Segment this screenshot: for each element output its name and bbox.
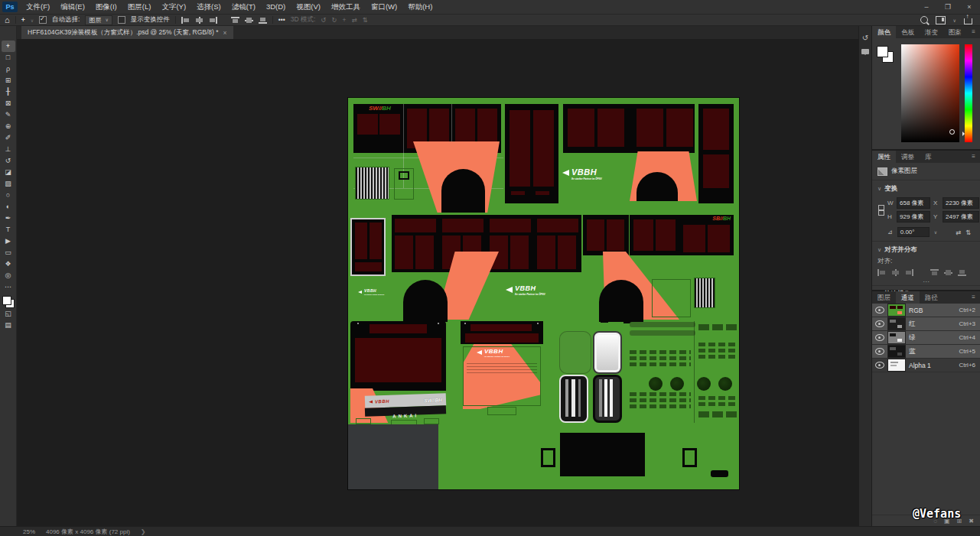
align-right-icon[interactable] <box>905 269 913 276</box>
saturation-brightness-box[interactable] <box>901 44 959 142</box>
visibility-eye-icon[interactable] <box>875 307 884 313</box>
panel-tab[interactable]: 色板 <box>896 26 920 38</box>
tool-eyedropper[interactable]: ✎ <box>2 109 15 121</box>
reference-point-icon[interactable] <box>877 205 884 216</box>
align-middle-icon[interactable] <box>944 269 952 276</box>
panel-tab[interactable]: 颜色 <box>872 26 896 38</box>
home-icon[interactable]: ⌂ <box>5 15 10 24</box>
panel-tab[interactable]: 通道 <box>896 291 920 304</box>
visibility-eye-icon[interactable] <box>875 348 884 355</box>
tool-healing[interactable]: ⊕ <box>2 121 15 132</box>
menu-item[interactable]: 文件(F) <box>21 2 55 12</box>
menu-item[interactable]: 图层(L) <box>122 2 157 12</box>
foreground-background-swatches[interactable] <box>2 296 15 308</box>
tool-blur[interactable]: ○ <box>2 190 15 201</box>
visibility-eye-icon[interactable] <box>875 334 884 341</box>
menu-item[interactable]: 图像(I) <box>90 2 122 12</box>
menu-item[interactable]: 3D(D) <box>261 2 291 12</box>
width-field[interactable]: 658 像素 <box>897 197 930 209</box>
panel-menu-icon[interactable]: ≡ <box>972 291 978 304</box>
align-center-icon[interactable] <box>195 17 203 24</box>
tool-dodge[interactable]: ◐ <box>2 201 15 213</box>
document-tab[interactable]: HFF6104GK39涂装模板（方窗式样）.psd @ 25% (天窗, RGB… <box>21 26 233 39</box>
tool-frame[interactable]: ⊠ <box>2 98 15 109</box>
menu-item[interactable]: 窗口(W) <box>366 2 402 12</box>
panel-menu-icon[interactable]: ≡ <box>972 151 978 163</box>
share-icon[interactable] <box>964 18 972 24</box>
align-right-icon[interactable] <box>209 17 217 24</box>
tool-shape[interactable]: ▭ <box>2 247 15 258</box>
y-field[interactable]: 2497 像素 <box>943 211 979 223</box>
tool-path-selection[interactable]: ▶ <box>2 236 15 247</box>
align-bottom-icon[interactable] <box>259 17 267 24</box>
color-picker-marker[interactable] <box>949 129 955 135</box>
tool-zoom[interactable]: ◎ <box>2 270 15 281</box>
foreground-color-swatch[interactable] <box>2 296 11 305</box>
hue-slider-marker[interactable] <box>962 132 967 136</box>
show-transform-checkbox[interactable] <box>118 16 125 24</box>
tool-marquee[interactable]: □ <box>2 52 15 63</box>
menu-item[interactable]: 增效工具 <box>326 2 366 12</box>
panel-tab[interactable]: 渐变 <box>920 26 943 38</box>
history-panel-icon[interactable]: ↺ <box>862 34 868 42</box>
tool-eraser[interactable]: ◪ <box>2 167 15 178</box>
align-section-header[interactable]: ∨对齐并分布 <box>872 241 980 257</box>
menu-item[interactable]: 文字(Y) <box>156 2 191 12</box>
align-more-icon[interactable]: ⋯ <box>872 278 980 285</box>
align-bottom-icon[interactable] <box>958 269 966 276</box>
comments-panel-icon[interactable] <box>861 49 869 54</box>
align-center-icon[interactable] <box>891 269 900 276</box>
foreground-color-swatch[interactable] <box>877 46 888 57</box>
tool-gradient[interactable]: ▨ <box>2 178 15 190</box>
menu-item[interactable]: 帮助(H) <box>402 2 438 12</box>
move-tool-icon[interactable]: + <box>21 16 25 24</box>
restore-button[interactable]: ❐ <box>937 3 959 11</box>
tool-pen[interactable]: ✒ <box>2 213 15 224</box>
tool-type[interactable]: T <box>2 224 15 236</box>
status-chevron-icon[interactable]: ❯ <box>141 528 146 535</box>
menu-item[interactable]: 滤镜(T) <box>226 2 261 12</box>
channel-row[interactable]: 绿 Ctrl+4 <box>872 331 980 345</box>
quick-mask-icon[interactable]: ◱ <box>2 308 15 320</box>
panel-tab[interactable]: 图层 <box>872 291 896 304</box>
panel-tab[interactable]: 路径 <box>920 291 943 304</box>
tool-brush[interactable]: ✐ <box>2 132 15 144</box>
channel-row[interactable]: 红 Ctrl+3 <box>872 317 980 331</box>
panel-menu-icon[interactable]: ≡ <box>972 26 978 38</box>
panel-tab[interactable]: 库 <box>920 151 937 163</box>
align-left-icon[interactable] <box>877 269 886 276</box>
tool-move[interactable]: + <box>2 41 15 52</box>
zoom-level[interactable]: 25% <box>23 528 35 535</box>
tool-crop[interactable]: ╂ <box>2 86 15 98</box>
hue-slider[interactable] <box>965 44 972 142</box>
tool-hand[interactable]: ❖ <box>2 258 15 270</box>
channel-row[interactable]: Alpha 1 Ctrl+6 <box>872 359 980 372</box>
flip-horizontal-icon[interactable]: ⇄ <box>956 229 961 236</box>
angle-field[interactable]: 0.00° <box>897 227 930 237</box>
workspace-switcher-icon[interactable] <box>936 16 946 24</box>
tab-close-icon[interactable]: × <box>223 29 227 37</box>
channel-row[interactable]: 蓝 Ctrl+5 <box>872 345 980 359</box>
menu-item[interactable]: 选择(S) <box>191 2 226 12</box>
transform-section-header[interactable]: ∨变换 <box>872 180 980 196</box>
search-icon[interactable] <box>920 16 928 24</box>
workspace-caret-icon[interactable]: ∨ <box>953 18 956 23</box>
channel-row[interactable]: RGB Ctrl+2 <box>872 304 980 317</box>
tool-object-selection[interactable]: ⊞ <box>2 75 15 86</box>
angle-caret-icon[interactable]: ∨ <box>934 229 937 235</box>
height-field[interactable]: 929 像素 <box>897 211 930 223</box>
align-left-icon[interactable] <box>181 17 190 24</box>
align-top-icon[interactable] <box>231 17 239 24</box>
visibility-eye-icon[interactable] <box>875 320 884 327</box>
color-swatch-pair[interactable] <box>877 46 894 63</box>
auto-select-checkbox[interactable] <box>39 16 47 24</box>
panel-tab[interactable]: 图案 <box>943 26 967 38</box>
panel-tab[interactable]: 调整 <box>896 151 920 163</box>
align-middle-icon[interactable] <box>245 17 253 24</box>
tool-lasso[interactable]: ρ <box>2 63 15 75</box>
minimize-button[interactable]: – <box>916 3 937 11</box>
auto-select-dropdown[interactable]: 图层 ∨ <box>85 15 112 25</box>
x-field[interactable]: 2230 像素 <box>943 197 979 209</box>
flip-vertical-icon[interactable]: ⇅ <box>965 229 971 236</box>
more-options-icon[interactable]: ••• <box>278 16 285 24</box>
